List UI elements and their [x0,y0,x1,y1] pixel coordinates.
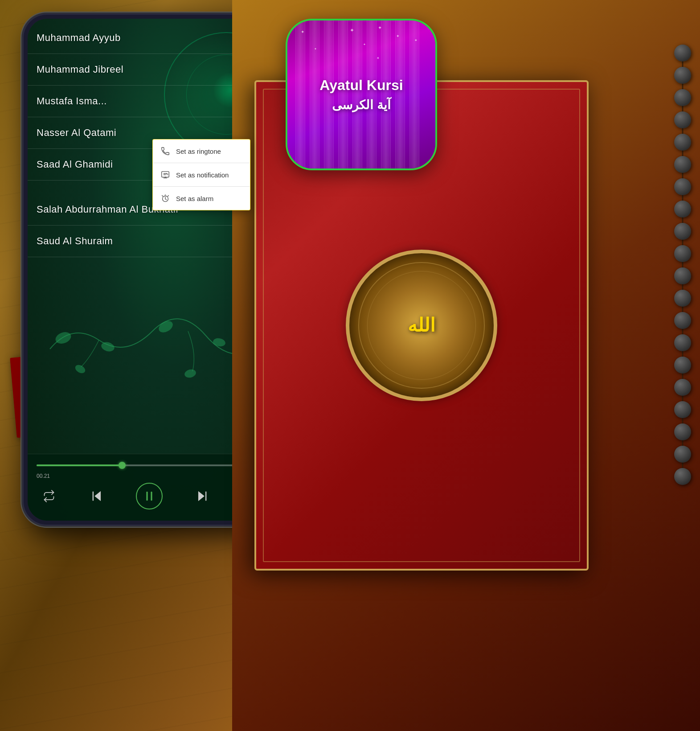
app-icon-background: ✦ ✦ ✦ ✦ ✦ ✦ ✦ ✦ Ayatul Kursi آية الكرسى [287,21,435,168]
bead [674,67,691,84]
curtain-stripe [352,21,362,168]
svg-marker-14 [198,492,204,501]
bead [674,111,691,128]
curtain-stripe [381,21,391,168]
bead [674,312,691,329]
repeat-icon [43,490,55,502]
alarm-icon [160,193,171,204]
star-icon: ✦ [378,25,382,31]
context-menu-alarm[interactable]: Set as alarm [153,187,250,210]
svg-point-5 [184,368,197,379]
context-menu-ringtone[interactable]: Set as ringtone [153,140,250,163]
bead [674,245,691,262]
bead [674,178,691,195]
track-name-7: Saud Al Shuraim [37,235,113,246]
progress-container[interactable] [37,459,262,472]
bead [674,267,691,284]
playback-controls [37,483,262,509]
bead [674,134,691,151]
next-icon [196,490,209,502]
previous-icon [90,490,103,502]
medallion-inner-ring2 [367,271,476,380]
svg-point-0 [54,330,73,346]
app-icon-title: Ayatul Kursi [319,77,403,94]
bead [674,201,691,218]
notification-icon [160,169,171,180]
curtain-stripe [295,21,305,168]
tasbih-beads [674,45,691,485]
bead [674,468,691,485]
bead [674,223,691,240]
phone-svg-icon [160,146,170,156]
next-button[interactable] [194,488,210,504]
bead [674,89,691,106]
track-name-4: Nasser Al Qatami [37,127,116,138]
track-name-3: Mustafa Isma... [37,95,107,107]
repeat-button[interactable] [41,488,57,504]
curtain-stripe [310,21,319,168]
svg-point-3 [213,337,226,348]
current-time: 00.21 [37,473,50,479]
context-menu-notification[interactable]: Set as notification [153,163,250,187]
bead [674,156,691,173]
ringtone-menu-label: Set as ringtone [176,148,221,155]
star-icon: ✦ [314,47,317,51]
star-icon: ✦ [396,34,400,38]
app-icon[interactable]: ✦ ✦ ✦ ✦ ✦ ✦ ✦ ✦ Ayatul Kursi آية الكرسى [286,19,437,170]
curtain-stripe [367,21,377,168]
star-icon: ✦ [363,43,366,46]
curtain-stripe [395,21,405,168]
app-icon-arabic: آية الكرسى [332,98,391,112]
track-name-5: Saad Al Ghamidi [37,159,113,170]
star-icon: ✦ [301,29,304,34]
previous-button[interactable] [89,488,105,504]
track-name-1: Muhammad Ayyub [37,32,121,43]
track-name-2: Muhammad Jibreel [37,64,123,75]
star-icon: ✦ [377,56,380,60]
bead [674,379,691,396]
play-pause-button[interactable] [136,483,163,509]
svg-marker-10 [95,492,100,501]
pause-icon [143,489,156,503]
book-medallion: الله [346,250,497,401]
star-icon: ✦ [414,38,418,42]
phone-icon [160,146,171,156]
curtain-stripe [409,21,419,168]
progress-fill [37,464,122,466]
svg-point-8 [167,174,168,175]
svg-point-4 [74,363,87,375]
notification-svg-icon [160,170,170,180]
bead [674,334,691,351]
alarm-svg-icon [160,193,170,203]
progress-thumb [119,462,126,469]
progress-track [37,464,262,466]
bead [674,423,691,440]
notification-menu-label: Set as notification [176,171,229,179]
bead [674,45,691,62]
svg-point-2 [157,319,175,335]
bead [674,446,691,463]
curtain-stripe [338,21,348,168]
tasbih-thread [682,45,684,485]
star-icon: ✦ [350,27,354,33]
curtain-stripe [324,21,334,168]
time-labels: 00.21 00.52 [37,473,262,479]
alarm-menu-label: Set as alarm [176,195,213,202]
context-menu: Set as ringtone Set as notification [152,139,250,210]
svg-point-1 [100,341,115,353]
bead [674,401,691,418]
bead [674,357,691,374]
bead [674,290,691,307]
